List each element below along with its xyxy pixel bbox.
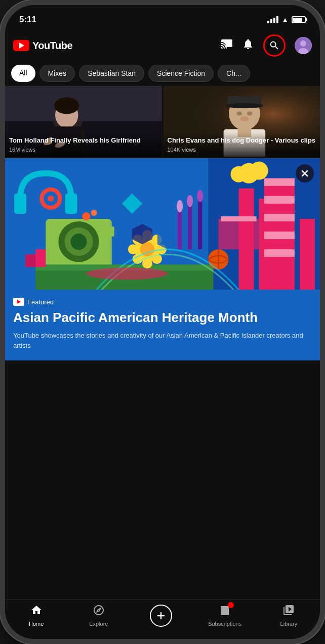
svg-point-1 bbox=[300, 40, 306, 47]
svg-point-54 bbox=[142, 258, 152, 268]
svg-point-72 bbox=[250, 162, 268, 180]
svg-point-66 bbox=[197, 190, 203, 202]
svg-point-77 bbox=[87, 267, 168, 280]
svg-rect-32 bbox=[300, 219, 315, 290]
svg-rect-74 bbox=[218, 219, 259, 249]
svg-point-24 bbox=[240, 116, 249, 121]
video-title-1: Tom Holland Finally Reveals his Girlfrie… bbox=[9, 136, 158, 145]
video-card-1[interactable]: Tom Holland Finally Reveals his Girlfrie… bbox=[5, 86, 162, 157]
svg-rect-75 bbox=[221, 216, 256, 221]
nav-library-label: Library bbox=[280, 621, 298, 627]
nav-explore[interactable]: Explore bbox=[84, 604, 114, 627]
signal-bars-icon bbox=[267, 16, 278, 23]
nav-explore-label: Explore bbox=[89, 621, 108, 627]
featured-banner[interactable]: Featured Asian Pacific American Heritage… bbox=[5, 158, 320, 360]
youtube-wordmark: YouTube bbox=[32, 40, 72, 52]
svg-rect-34 bbox=[264, 178, 295, 186]
svg-rect-81 bbox=[25, 254, 35, 267]
phone-screen: 5:11 ▲ YouTube bbox=[5, 5, 320, 639]
youtube-badge-icon bbox=[13, 298, 24, 306]
banner-featured-label: Featured bbox=[27, 298, 54, 306]
search-button[interactable] bbox=[263, 34, 286, 57]
svg-rect-45 bbox=[65, 194, 77, 214]
svg-rect-65 bbox=[198, 199, 202, 249]
home-icon bbox=[30, 604, 43, 619]
status-time: 5:11 bbox=[19, 15, 36, 25]
video-info-overlay-1: Tom Holland Finally Reveals his Girlfrie… bbox=[5, 132, 162, 157]
status-icons: ▲ bbox=[267, 16, 306, 24]
video-views-2: 104K views bbox=[168, 147, 316, 153]
avatar[interactable] bbox=[295, 37, 312, 54]
subscriptions-icon bbox=[219, 604, 231, 619]
nav-subscriptions-label: Subscriptions bbox=[208, 621, 241, 627]
bottom-nav: Home Explore bbox=[5, 600, 320, 639]
svg-point-64 bbox=[187, 195, 193, 207]
svg-point-55 bbox=[128, 244, 138, 254]
chip-more[interactable]: Ch... bbox=[218, 65, 250, 82]
svg-rect-63 bbox=[188, 204, 192, 249]
chip-sebastian-stan[interactable]: Sebastian Stan bbox=[79, 65, 144, 82]
svg-point-23 bbox=[247, 111, 252, 115]
video-views-1: 16M views bbox=[9, 147, 158, 153]
svg-rect-80 bbox=[35, 249, 46, 267]
svg-rect-44 bbox=[14, 194, 26, 214]
status-bar: 5:11 ▲ bbox=[5, 5, 320, 30]
svg-point-48 bbox=[48, 196, 54, 202]
youtube-logo: YouTube bbox=[13, 40, 72, 52]
nav-library[interactable]: Library bbox=[273, 604, 304, 627]
svg-rect-37 bbox=[264, 232, 295, 239]
svg-rect-11 bbox=[5, 86, 162, 121]
video-info-overlay-2: Chris Evans and his dog Dodger - Various… bbox=[164, 132, 320, 157]
svg-point-79 bbox=[91, 210, 97, 216]
video-card-2[interactable]: Chris Evans and his dog Dodger - Various… bbox=[164, 86, 320, 157]
nav-subscriptions[interactable]: Subscriptions bbox=[208, 604, 241, 627]
svg-point-13 bbox=[54, 98, 79, 114]
chip-all[interactable]: All bbox=[11, 65, 35, 82]
svg-point-73 bbox=[230, 166, 247, 182]
nav-home[interactable]: Home bbox=[21, 604, 52, 627]
banner-info: Featured Asian Pacific American Heritage… bbox=[5, 290, 320, 360]
nav-add[interactable] bbox=[146, 605, 176, 627]
video-title-2: Chris Evans and his dog Dodger - Various… bbox=[168, 136, 316, 145]
wifi-icon: ▲ bbox=[281, 16, 289, 24]
svg-point-21 bbox=[225, 103, 263, 108]
svg-rect-36 bbox=[264, 214, 295, 221]
video-grid: Tom Holland Finally Reveals his Girlfrie… bbox=[5, 86, 320, 157]
svg-point-78 bbox=[82, 212, 90, 220]
subscription-badge bbox=[228, 602, 234, 608]
youtube-play-icon bbox=[13, 40, 29, 51]
svg-point-62 bbox=[177, 200, 183, 212]
nav-icons bbox=[221, 34, 312, 57]
svg-rect-61 bbox=[178, 209, 182, 249]
banner-badge: Featured bbox=[13, 298, 312, 306]
nav-home-label: Home bbox=[29, 621, 44, 627]
svg-rect-43 bbox=[102, 226, 114, 237]
close-banner-button[interactable] bbox=[296, 164, 314, 182]
chip-science-fiction[interactable]: Science Fiction bbox=[148, 65, 214, 82]
svg-rect-38 bbox=[264, 249, 295, 257]
bell-icon[interactable] bbox=[242, 38, 254, 53]
banner-description: YouTube showcases the stories and creati… bbox=[13, 331, 312, 350]
battery-icon bbox=[292, 16, 306, 23]
top-nav: YouTube bbox=[5, 30, 320, 61]
cast-icon[interactable] bbox=[221, 38, 233, 53]
library-icon bbox=[282, 604, 295, 619]
filter-bar: All Mixes Sebastian Stan Science Fiction… bbox=[5, 61, 320, 86]
explore-icon bbox=[93, 604, 105, 619]
add-icon bbox=[150, 605, 172, 627]
svg-point-22 bbox=[236, 111, 241, 115]
phone-frame: 5:11 ▲ YouTube bbox=[0, 0, 325, 644]
svg-point-42 bbox=[70, 234, 87, 250]
svg-rect-35 bbox=[264, 196, 295, 204]
banner-image bbox=[5, 158, 320, 290]
chip-mixes[interactable]: Mixes bbox=[39, 65, 75, 82]
banner-title: Asian Pacific American Heritage Month bbox=[13, 310, 312, 326]
